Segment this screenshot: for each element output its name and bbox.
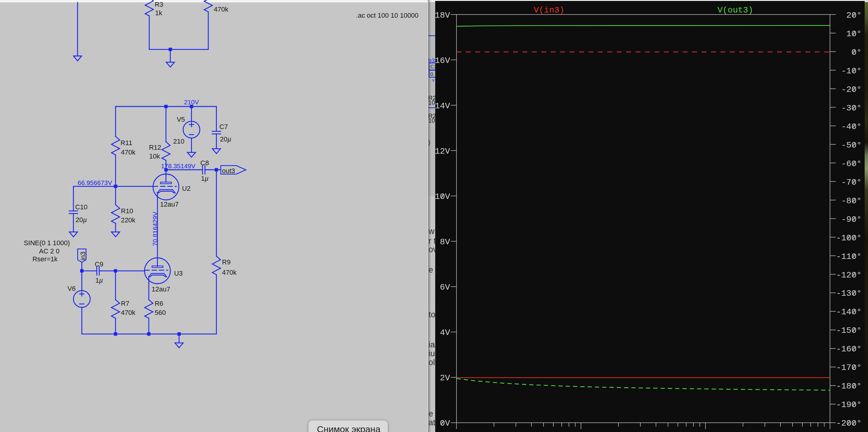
svg-text:V(out3): V(out3) (717, 5, 753, 15)
svg-text:10k: 10k (149, 152, 160, 160)
svg-text:V6: V6 (67, 285, 76, 292)
svg-text:10V: 10V (435, 192, 450, 202)
svg-text:U2: U2 (182, 185, 190, 192)
svg-text:R12: R12 (149, 144, 161, 151)
svg-text:0.1: 0.1 (430, 71, 435, 77)
svg-text:R11: R11 (120, 139, 132, 147)
svg-text:-30°: -30° (841, 103, 862, 113)
svg-text:C7: C7 (219, 123, 228, 130)
svg-text:C8: C8 (200, 159, 209, 167)
svg-text:out3: out3 (222, 167, 235, 175)
svg-text:C9: C9 (95, 260, 103, 268)
svg-text:R3: R3 (155, 1, 163, 8)
svg-text:12au7: 12au7 (160, 200, 179, 208)
svg-text:R9: R9 (222, 258, 230, 266)
svg-text:-140°: -140° (836, 307, 862, 317)
svg-text:SINE(0 1 1000): SINE(0 1 1000) (24, 239, 70, 247)
svg-text:U3: U3 (174, 270, 183, 277)
svg-text:220k: 220k (121, 216, 136, 224)
svg-text:470k: 470k (214, 5, 229, 13)
svg-text:1µ: 1µ (95, 277, 103, 284)
svg-text:66.956673V: 66.956673V (78, 179, 112, 186)
svg-text:210: 210 (173, 137, 184, 145)
svg-text:-160°: -160° (836, 344, 862, 354)
svg-text:470k: 470k (121, 309, 136, 316)
svg-text:1k: 1k (155, 9, 162, 17)
svg-text:-100°: -100° (836, 233, 862, 243)
svg-text:2V: 2V (440, 373, 450, 383)
svg-text:470k: 470k (222, 269, 237, 276)
svg-text:18V: 18V (435, 11, 450, 20)
svg-text:R10: R10 (121, 207, 133, 215)
svg-text:R7: R7 (121, 300, 129, 307)
svg-text:14V: 14V (435, 101, 450, 111)
svg-text:V(in3): V(in3) (534, 5, 564, 15)
svg-text:-10°: -10° (841, 66, 862, 76)
svg-text:AC 2 0: AC 2 0 (39, 247, 59, 255)
svg-text:-170°: -170° (836, 363, 862, 372)
svg-text:-150°: -150° (836, 326, 862, 335)
svg-text:16V: 16V (435, 56, 450, 65)
svg-text:Rser=1k: Rser=1k (33, 255, 58, 263)
svg-text:-50°: -50° (841, 141, 862, 150)
svg-text:12V: 12V (435, 147, 450, 156)
svg-text:-180°: -180° (836, 381, 862, 391)
svg-text:6V: 6V (440, 283, 450, 292)
svg-text:C10: C10 (75, 203, 87, 211)
svg-text:20°: 20° (846, 11, 862, 20)
svg-text:-80°: -80° (841, 196, 862, 206)
svg-text:8V: 8V (440, 237, 450, 247)
svg-text:70.816429V: 70.816429V (151, 212, 158, 246)
svg-text:20µ: 20µ (220, 135, 231, 143)
svg-text:C2: C2 (430, 64, 435, 70)
svg-text:V5: V5 (177, 116, 185, 123)
svg-text:20µ: 20µ (75, 216, 87, 224)
svg-text:-60°: -60° (841, 159, 862, 168)
svg-text:178.35149V: 178.35149V (161, 162, 195, 169)
svg-text:-20°: -20° (841, 85, 862, 94)
svg-text:1µ: 1µ (201, 175, 209, 182)
svg-text:-70°: -70° (841, 178, 862, 187)
svg-text:.ac oct 100 10 10000: .ac oct 100 10 10000 (356, 11, 419, 19)
svg-text:-120°: -120° (836, 271, 862, 280)
svg-text:in3: in3 (79, 252, 87, 260)
svg-text:-190°: -190° (836, 400, 862, 409)
svg-text:470k: 470k (121, 149, 136, 156)
svg-text:-200°: -200° (836, 419, 862, 428)
svg-text:v: v (432, 77, 435, 83)
svg-text:0V: 0V (440, 419, 450, 428)
svg-text:210V: 210V (184, 99, 199, 105)
svg-text:0°: 0° (851, 48, 862, 57)
svg-text:10°: 10° (846, 29, 862, 39)
svg-text:-90°: -90° (841, 215, 862, 224)
svg-text:560: 560 (155, 309, 166, 316)
svg-text:-110°: -110° (836, 252, 862, 261)
svg-text:-130°: -130° (836, 289, 862, 298)
svg-text:12au7: 12au7 (152, 285, 170, 293)
svg-text:4V: 4V (440, 328, 450, 337)
svg-text:-40°: -40° (841, 122, 862, 131)
svg-text:R6: R6 (155, 300, 163, 307)
